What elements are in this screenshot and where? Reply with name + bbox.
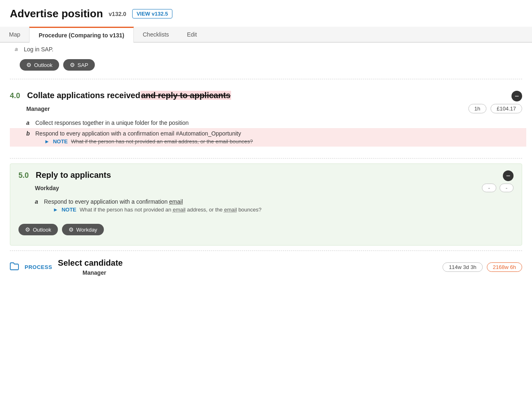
section-5: 5.0 Reply to applicants − Workday - - a: [10, 163, 522, 246]
outlook-button-pre[interactable]: ⚙ Outlook: [20, 59, 59, 71]
folder-icon: [10, 262, 19, 272]
process-label: PROCESS: [25, 264, 52, 270]
workday-label-s5: Workday: [76, 227, 97, 233]
note-arrow-icon: ►: [44, 138, 50, 145]
pre-app-buttons: ⚙ Outlook ⚙ SAP: [10, 56, 522, 74]
section-4-step-a: a Collect responses together in a unique…: [26, 117, 522, 128]
note-text-b: What if the person has not provided an e…: [71, 138, 253, 145]
section-5-app-buttons: ⚙ Outlook ⚙ Workday: [18, 221, 514, 239]
section-5-number: 5.0: [18, 171, 32, 180]
email-underline: email: [169, 198, 183, 205]
note-5a-text: What if the person has not provided an e…: [80, 207, 261, 213]
section-5-collapse-button[interactable]: −: [503, 170, 514, 181]
pre-step-a-text: Log in SAP.: [24, 46, 53, 53]
step-a-label: a: [26, 120, 31, 126]
section-5-role: Workday: [35, 185, 59, 191]
gear-icon: ⚙: [26, 62, 32, 68]
process-cost-badge: 2168w 6h: [487, 262, 522, 272]
section-5-step-a: a Respond to every application with a co…: [35, 196, 514, 215]
process-time-badge: 114w 3d 3h: [443, 262, 482, 272]
section-4-step-b: b Respond to every application with a co…: [10, 128, 526, 147]
view-version-button[interactable]: VIEW v132.5: [132, 9, 173, 18]
process-title-col: Select candidate Manager: [58, 258, 437, 276]
page-header: Advertise position v132.0 VIEW v132.5: [0, 0, 532, 27]
section-5-dash-badge-2: -: [500, 184, 514, 192]
section-4-note-b: ► NOTE What if the person has not provid…: [35, 138, 522, 145]
section-4-number: 4.0: [10, 92, 23, 100]
step-5a-content: Respond to every application with a conf…: [44, 198, 514, 213]
step-b-label: b: [26, 130, 31, 137]
version-badge: v132.0: [109, 11, 126, 17]
step-b-content: Respond to every application with a conf…: [35, 130, 522, 145]
process-bar: PROCESS Select candidate Manager 114w 3d…: [10, 251, 522, 279]
section-4-role: Manager: [26, 106, 50, 112]
pre-step-a-label: a: [15, 46, 20, 52]
divider-2: [10, 158, 522, 159]
section-4-title-normal: Collate applications received: [27, 91, 140, 100]
email3-underline: email: [224, 207, 237, 213]
main-content: a Log in SAP. ⚙ Outlook ⚙ SAP 4.0 Collat…: [0, 43, 532, 393]
section-4-cost-badge: £104.17: [491, 104, 522, 113]
section-5-title: Reply to applicants: [36, 170, 111, 180]
outlook-label-pre: Outlook: [34, 62, 53, 68]
pre-step-a: a Log in SAP.: [10, 43, 522, 56]
tab-map[interactable]: Map: [0, 27, 29, 42]
tabs-bar: Map Procedure (Comparing to v131) Checkl…: [0, 27, 532, 43]
step-5a-label: a: [35, 198, 40, 205]
tab-checklists[interactable]: Checklists: [134, 27, 178, 42]
step-5a-text: Respond to every application with a conf…: [44, 198, 183, 205]
sap-button[interactable]: ⚙ SAP: [63, 59, 95, 71]
process-badges: 114w 3d 3h 2168w 6h: [443, 262, 522, 272]
section-5-dash-badge-1: -: [482, 184, 496, 192]
section-5-steps: a Respond to every application with a co…: [35, 196, 514, 215]
section-4-time-badge: 1h: [468, 104, 486, 113]
gear-icon-workday-s5: ⚙: [69, 226, 74, 233]
outlook-label-s5: Outlook: [33, 227, 51, 233]
tab-edit[interactable]: Edit: [178, 27, 206, 42]
workday-button-s5[interactable]: ⚙ Workday: [62, 224, 104, 235]
section-4-title-strikethrough: and reply to applicants: [140, 91, 232, 100]
process-role: Manager: [83, 269, 437, 276]
email2-underline: email: [173, 207, 186, 213]
section-4-title: Collate applications receivedand reply t…: [27, 91, 231, 100]
section-4: 4.0 Collate applications receivedand rep…: [10, 84, 522, 153]
step-a-text: Collect responses together in a unique f…: [35, 120, 522, 126]
sap-label: SAP: [78, 62, 88, 68]
outlook-button-s5[interactable]: ⚙ Outlook: [18, 224, 58, 235]
tab-procedure[interactable]: Procedure (Comparing to v131): [29, 27, 134, 43]
process-title: Select candidate: [58, 258, 437, 268]
section-4-steps: a Collect responses together in a unique…: [26, 117, 522, 147]
note-label: NOTE: [53, 138, 68, 145]
divider-1: [10, 79, 522, 79]
note-5a-arrow-icon: ►: [53, 207, 58, 213]
gear-icon-sap: ⚙: [70, 62, 75, 68]
gear-icon-outlook-s5: ⚙: [25, 226, 30, 233]
note-5a-label: NOTE: [62, 207, 76, 213]
section-4-collapse-button[interactable]: −: [511, 91, 522, 101]
step-b-text: Respond to every application with a conf…: [35, 130, 241, 137]
page-title: Advertise position: [10, 7, 103, 20]
section-5-note-a: ► NOTE What if the person has not provid…: [44, 207, 514, 213]
